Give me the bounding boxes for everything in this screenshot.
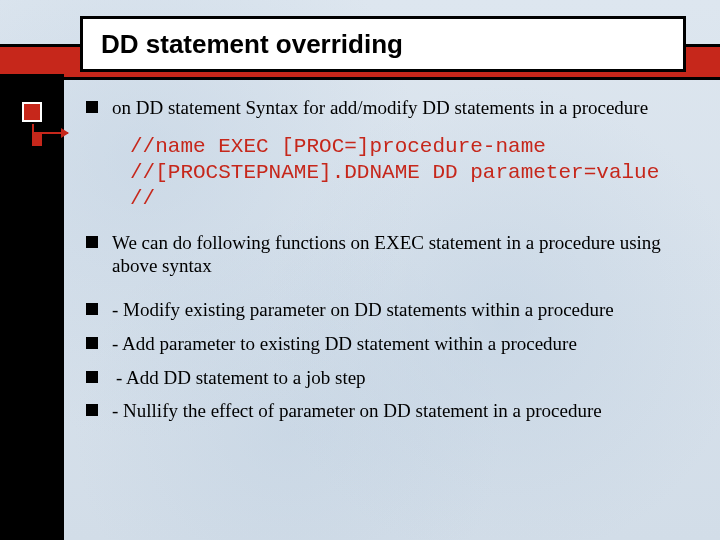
bullet-text: - Add parameter to existing DD statement… — [112, 332, 692, 356]
code-line: //name EXEC [PROC=]procedure-name — [130, 135, 546, 158]
bullet-icon — [86, 371, 98, 383]
list-item: - Modify existing parameter on DD statem… — [86, 298, 692, 322]
bullet-text: - Modify existing parameter on DD statem… — [112, 298, 692, 322]
bullet-icon — [86, 101, 98, 113]
list-item: - Add parameter to existing DD statement… — [86, 332, 692, 356]
content-area: on DD statement Syntax for add/modify DD… — [86, 96, 692, 520]
list-item: - Nullify the effect of parameter on DD … — [86, 399, 692, 423]
spacer — [86, 288, 692, 298]
code-line: //[PROCSTEPNAME].DDNAME DD parameter=val… — [130, 161, 659, 184]
bullet-icon — [86, 404, 98, 416]
code-block: //name EXEC [PROC=]procedure-name //[PRO… — [130, 134, 692, 213]
bullet-icon — [86, 337, 98, 349]
list-item: on DD statement Syntax for add/modify DD… — [86, 96, 692, 120]
bullet-text: on DD statement Syntax for add/modify DD… — [112, 96, 692, 120]
title-box: DD statement overriding — [80, 16, 686, 72]
bullet-icon — [86, 236, 98, 248]
bullet-text: - Nullify the effect of parameter on DD … — [112, 399, 692, 423]
code-line: // — [130, 187, 155, 210]
slide-title: DD statement overriding — [101, 29, 403, 60]
list-item: We can do following functions on EXEC st… — [86, 231, 692, 279]
bullet-text: We can do following functions on EXEC st… — [112, 231, 692, 279]
arrow-icon — [32, 132, 68, 134]
bullet-icon — [86, 303, 98, 315]
slide: DD statement overriding on DD statement … — [0, 0, 720, 540]
bullet-text: - Add DD statement to a job step — [116, 366, 692, 390]
list-item: - Add DD statement to a job step — [86, 366, 692, 390]
left-sidebar — [0, 74, 64, 540]
